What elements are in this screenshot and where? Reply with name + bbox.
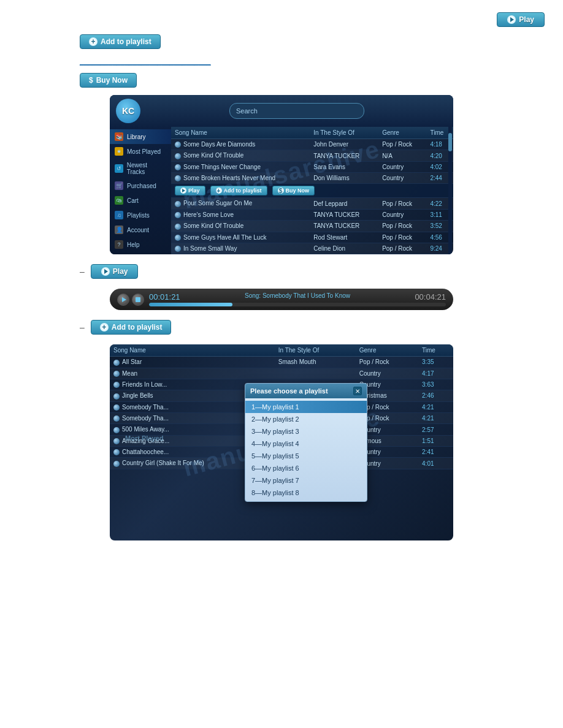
sidebar-label-cart: Cart — [127, 197, 139, 204]
table-row[interactable]: Some Guys Have All The Luck Rod Stewart … — [171, 232, 453, 243]
dash-marker-3: – — [80, 322, 85, 332]
dialog-body: 1—My playlist 1 2—My playlist 2 3—My pla… — [245, 398, 367, 501]
scroll-thumb[interactable] — [448, 133, 452, 151]
sidebar-item-account[interactable]: 👤 Account — [110, 222, 171, 237]
third-add-playlist-label: Add to playlist — [112, 323, 163, 332]
app-header: KC Search — [110, 95, 453, 127]
buy-icon: $ — [89, 76, 93, 85]
buy-now-button[interactable]: $ Buy Now — [80, 73, 137, 88]
time-elapsed: 00:01:21 — [149, 292, 180, 301]
disc-icon — [175, 153, 181, 159]
dialog-header: Please choose a playlist ✕ — [245, 384, 367, 398]
disc-icon — [175, 201, 181, 207]
player-controls — [117, 294, 144, 306]
second-play-label: Play — [113, 267, 128, 276]
col2-time: Time — [418, 344, 453, 357]
mostplayed-icon: ★ — [115, 147, 123, 156]
col2-song-name: Song Name — [110, 344, 275, 357]
plus-circle-icon: + — [89, 37, 98, 46]
col-song-name: Song Name — [171, 127, 310, 139]
inline-add-label: Add to playlist — [224, 188, 262, 194]
table-row[interactable]: Some Days Are Diamonds John Denver Pop /… — [171, 139, 453, 150]
disc-icon — [175, 142, 181, 148]
table-row[interactable]: All Star Smash Mouth Pop / Rock 3:35 — [110, 357, 453, 368]
action-buttons: Play + Add to playlist $ Buy Now — [175, 186, 450, 195]
table-row[interactable]: Some Kind Of Trouble TANYA TUCKER Pop / … — [171, 221, 453, 232]
dialog-title: Please choose a playlist — [250, 387, 328, 395]
info-link[interactable]: ________________________________ — [80, 57, 211, 66]
sidebar-label-mostplayed: Most Played — [127, 148, 161, 155]
disc-icon — [175, 164, 181, 170]
table-row[interactable]: In Some Small Way Celine Dion Pop / Rock… — [171, 243, 453, 254]
sidebar-item-playlists[interactable]: ♫ Playlists — [110, 208, 171, 222]
disc-icon — [175, 235, 181, 241]
scroll-bar[interactable] — [448, 127, 452, 254]
inline-play-button[interactable]: Play — [175, 186, 205, 195]
progress-bar-fill — [149, 303, 232, 306]
table-row[interactable]: Some Kind Of Trouble TANYA TUCKER N/A 4:… — [171, 150, 453, 161]
disc-icon — [113, 393, 120, 400]
play-icon-2 — [101, 267, 110, 276]
col2-genre: Genre — [356, 344, 418, 357]
player-play-button[interactable] — [117, 294, 129, 306]
playlist-item-7[interactable]: 7—My playlist 7 — [245, 474, 367, 487]
progress-area: 00:01:21 Song: Somebody That I Used To K… — [149, 292, 446, 306]
library-icon: 📚 — [115, 132, 123, 141]
inline-add-button[interactable]: + Add to playlist — [210, 186, 267, 195]
dialog-close-button[interactable]: ✕ — [353, 387, 362, 395]
app-sidebar: 📚 Library ★ Most Played ↺ Newest Tracks … — [110, 127, 171, 254]
table-row[interactable]: Some Broken Hearts Never Mend Don Willia… — [171, 173, 453, 184]
disc-icon — [113, 360, 120, 366]
sidebar-label-newest: Newest Tracks — [127, 162, 166, 175]
mini-plus-icon: + — [216, 188, 222, 194]
disc-icon — [113, 427, 120, 433]
top-play-button[interactable]: Play — [497, 12, 545, 27]
kc-logo: KC — [116, 99, 140, 123]
playlist-item-3[interactable]: 3—My playlist 3 — [245, 425, 367, 438]
sidebar-item-help[interactable]: ? Help — [110, 237, 171, 252]
sidebar-item-cart[interactable]: 🛍 Cart — [110, 193, 171, 208]
table-row[interactable]: Some Things Never Change Sara Evans Coun… — [171, 161, 453, 172]
col-style-of: In The Style Of — [310, 127, 378, 139]
disc-icon — [113, 438, 120, 444]
disc-icon — [113, 449, 120, 455]
col2-style-of: In The Style Of — [275, 344, 356, 357]
add-playlist-button[interactable]: + Add to playlist — [80, 34, 161, 49]
playlist-item-6[interactable]: 6—My playlist 6 — [245, 462, 367, 474]
third-add-playlist-button[interactable]: + Add to playlist — [91, 320, 172, 335]
disc-icon — [175, 246, 181, 252]
table-row[interactable]: Mean Country 4:17 — [110, 368, 453, 379]
mini-play-icon — [180, 188, 186, 194]
table-row[interactable]: Here's Some Love TANYA TUCKER Country 3:… — [171, 209, 453, 220]
app-screenshot-1: manualsarchive KC Search 📚 Library ★ — [110, 95, 453, 254]
inline-play-label: Play — [188, 188, 200, 194]
sidebar-item-purchased[interactable]: 🛒 Purchased — [110, 178, 171, 193]
help-icon: ? — [115, 240, 123, 249]
playlist-item-1[interactable]: 1—My playlist 1 — [245, 401, 367, 413]
playlist-item-4[interactable]: 4—My playlist 4 — [245, 438, 367, 450]
playlist-item-2[interactable]: 2—My playlist 2 — [245, 413, 367, 425]
cart-icon: 🛍 — [115, 196, 123, 205]
disc-icon — [113, 371, 120, 377]
sidebar-item-newest[interactable]: ↺ Newest Tracks — [110, 159, 171, 178]
progress-bar-bg[interactable] — [149, 303, 446, 306]
search-input[interactable] — [261, 105, 358, 116]
playlist-item-5[interactable]: 5—My playlist 5 — [245, 450, 367, 462]
playlist-dialog: Please choose a playlist ✕ 1—My playlist… — [245, 383, 367, 502]
mini-buy-icon: $ — [278, 188, 284, 194]
col-genre: Genre — [378, 127, 426, 139]
purchased-icon: 🛒 — [115, 181, 123, 190]
player-stop-button[interactable] — [132, 294, 144, 306]
disc-icon — [113, 415, 120, 422]
add-playlist-label: Add to playlist — [101, 37, 151, 46]
playlists-icon: ♫ — [115, 211, 123, 219]
second-play-button[interactable]: Play — [91, 264, 139, 279]
table-row[interactable]: Pour Some Sugar On Me Def Leppard Pop / … — [171, 198, 453, 209]
sidebar-label-library: Library — [127, 134, 146, 140]
inline-buy-button[interactable]: $ Buy Now — [272, 186, 315, 195]
search-bar[interactable]: Search — [229, 103, 364, 119]
sidebar-label-playlists: Playlists — [127, 212, 150, 219]
playlist-item-8[interactable]: 8—My playlist 8 — [245, 487, 367, 499]
sidebar-item-mostplayed[interactable]: ★ Most Played — [110, 144, 171, 159]
sidebar-item-library[interactable]: 📚 Library — [110, 129, 171, 144]
